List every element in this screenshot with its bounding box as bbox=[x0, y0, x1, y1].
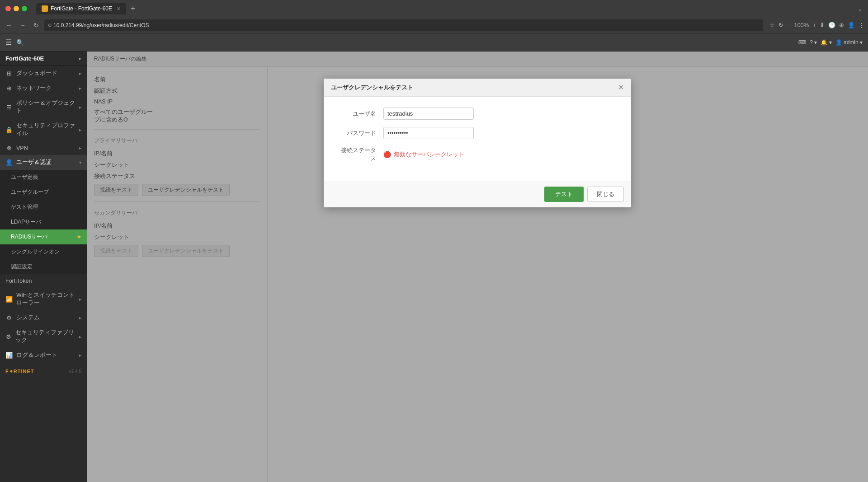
sidebar-item-label: ゲスト管理 bbox=[11, 203, 38, 211]
sidebar-item-auth-settings[interactable]: 認証設定 bbox=[0, 259, 87, 274]
system-icon: ⚙ bbox=[5, 314, 13, 321]
sidebar-item-guest[interactable]: ゲスト管理 bbox=[0, 200, 87, 215]
browser-tab-active[interactable]: F FortiGate - FortiGate-60E ✕ bbox=[36, 3, 126, 14]
status-value: 🔴 無効なサーバシークレット bbox=[383, 150, 464, 159]
expand-arrow: ▸ bbox=[79, 105, 81, 110]
password-input[interactable] bbox=[383, 127, 474, 139]
history-icon[interactable]: 🕐 bbox=[828, 22, 835, 28]
modal-body: ユーザ名 パスワード 接続ステータス 🔴 bbox=[324, 97, 631, 181]
sidebar-item-fortitoken[interactable]: FortiToken bbox=[0, 274, 87, 288]
security-icon: 🔒 bbox=[5, 126, 13, 133]
sidebar-item-system[interactable]: ⚙ システム ▸ bbox=[0, 310, 87, 325]
tab-label: FortiGate - FortiGate-60E bbox=[51, 5, 112, 12]
modal-close-button[interactable]: ✕ bbox=[618, 83, 624, 92]
dashboard-icon: ⊞ bbox=[5, 70, 13, 77]
sidebar-item-ldap[interactable]: LDAPサーバ bbox=[0, 215, 87, 229]
settings-icon[interactable]: ⋮ bbox=[859, 22, 864, 28]
sidebar-item-label: ダッシュボード bbox=[16, 70, 57, 77]
search-button[interactable]: 🔍 bbox=[16, 39, 24, 46]
sidebar-submenu-user-auth: ユーザ定義 ユーザグループ ゲスト管理 bbox=[0, 170, 87, 274]
sidebar-item-user-group[interactable]: ユーザグループ bbox=[0, 185, 87, 200]
sidebar-item-radius[interactable]: RADIUSサーバ ★ bbox=[0, 229, 87, 244]
brand-expand-icon: ▸ bbox=[79, 56, 81, 61]
sidebar-item-label: ネットワーク bbox=[16, 84, 52, 92]
fabric-icon: ⚙ bbox=[5, 333, 12, 340]
cli-icon[interactable]: ⌨ bbox=[798, 39, 806, 46]
policy-icon: ☰ bbox=[5, 104, 13, 111]
maximize-traffic-light[interactable] bbox=[22, 6, 27, 11]
modal-status-row: 接続ステータス 🔴 無効なサーバシークレット bbox=[338, 146, 617, 163]
modal-header: ユーザクレデンシャルをテスト ✕ bbox=[324, 79, 631, 97]
sidebar-item-security-fabric[interactable]: ⚙ セキュリティファブリック ▸ bbox=[0, 325, 87, 348]
tab-favicon: F bbox=[42, 5, 48, 12]
sidebar-item-log-report[interactable]: 📊 ログ＆レポート ▸ bbox=[0, 348, 87, 363]
wifi-icon: 📶 bbox=[5, 296, 13, 303]
forward-button[interactable]: → bbox=[17, 20, 28, 31]
modal-test-button[interactable]: テスト bbox=[544, 187, 584, 202]
traffic-lights bbox=[5, 6, 27, 11]
profile-icon[interactable]: 👤 bbox=[848, 22, 855, 28]
fortinet-logo: F✦RTINET bbox=[5, 369, 34, 374]
sidebar-item-policy-objects[interactable]: ☰ ポリシー＆オブジェクト ▸ bbox=[0, 96, 87, 118]
expand-arrow: ▾ bbox=[79, 160, 81, 165]
zoom-level: 100% bbox=[794, 22, 809, 28]
tab-close-button[interactable]: ✕ bbox=[117, 6, 121, 12]
sidebar-item-network[interactable]: ⊕ ネットワーク ▸ bbox=[0, 81, 87, 96]
hamburger-menu[interactable]: ☰ bbox=[5, 38, 12, 47]
app-container: ☰ 🔍 ⌨ ? ▾ 🔔 ▾ 👤 admin ▾ FortiGate-60E ▸ bbox=[0, 33, 868, 482]
bookmark-icon[interactable]: ☆ bbox=[769, 22, 775, 28]
vpn-icon: ⊗ bbox=[5, 145, 13, 151]
error-icon: 🔴 bbox=[383, 151, 391, 158]
close-traffic-light[interactable] bbox=[5, 6, 11, 11]
reload-icon[interactable]: ↻ bbox=[778, 22, 783, 28]
password-label: パスワード bbox=[338, 129, 383, 137]
zoom-minus[interactable]: − bbox=[787, 22, 791, 28]
address-text: 10.0.214.99/ng/user/radius/edit/CentOS bbox=[53, 22, 149, 28]
header-right-area: ⌨ ? ▾ 🔔 ▾ 👤 admin ▾ bbox=[798, 39, 863, 46]
sidebar-brand[interactable]: FortiGate-60E ▸ bbox=[0, 51, 87, 66]
modal-close-btn[interactable]: 閉じる bbox=[587, 187, 624, 202]
sidebar: FortiGate-60E ▸ ⊞ ダッシュボード ▸ ⊕ ネットワーク ▸ bbox=[0, 51, 87, 482]
reload-button[interactable]: ↻ bbox=[31, 20, 42, 31]
sidebar-item-vpn[interactable]: ⊗ VPN ▸ bbox=[0, 141, 87, 155]
expand-arrow: ▸ bbox=[79, 145, 81, 150]
zoom-plus[interactable]: + bbox=[812, 22, 816, 28]
expand-arrow: ▸ bbox=[79, 86, 81, 91]
user-auth-icon: 👤 bbox=[5, 159, 13, 166]
minimize-traffic-light[interactable] bbox=[14, 6, 19, 11]
modal-title: ユーザクレデンシャルをテスト bbox=[331, 84, 413, 92]
sidebar-item-label: システム bbox=[16, 314, 40, 322]
username-label: ユーザ名 bbox=[338, 110, 383, 118]
username-input[interactable] bbox=[383, 108, 474, 120]
modal-footer: テスト 閉じる bbox=[324, 181, 631, 207]
sidebar-item-dashboard[interactable]: ⊞ ダッシュボード ▸ bbox=[0, 66, 87, 81]
notifications-button[interactable]: 🔔 ▾ bbox=[821, 39, 831, 46]
download-icon[interactable]: ⬇ bbox=[820, 22, 825, 28]
lock-icon: ⊙ bbox=[48, 23, 52, 28]
app-header: ☰ 🔍 ⌨ ? ▾ 🔔 ▾ 👤 admin ▾ bbox=[0, 33, 868, 51]
log-icon: 📊 bbox=[5, 352, 13, 359]
sidebar-item-label: ログ＆レポート bbox=[16, 351, 57, 359]
sidebar-item-label: ポリシー＆オブジェクト bbox=[16, 99, 79, 115]
version-text: v7.4.5 bbox=[69, 369, 81, 374]
help-button[interactable]: ? ▾ bbox=[810, 39, 817, 46]
network-icon: ⊕ bbox=[5, 85, 13, 92]
extensions-icon[interactable]: ⊕ bbox=[839, 22, 844, 28]
sidebar-item-label: ユーザ＆認証 bbox=[16, 159, 52, 166]
status-text: 無効なサーバシークレット bbox=[394, 150, 464, 159]
sidebar-item-security-profiles[interactable]: 🔒 セキュリティプロファイル ▸ bbox=[0, 118, 87, 141]
sidebar-item-label: WiFiとスイッチコントローラー bbox=[16, 291, 79, 307]
sidebar-item-user-def[interactable]: ユーザ定義 bbox=[0, 170, 87, 185]
expand-arrow: ▸ bbox=[79, 334, 81, 339]
sidebar-item-wifi-switch[interactable]: 📶 WiFiとスイッチコントローラー ▸ bbox=[0, 288, 87, 310]
new-tab-button[interactable]: + bbox=[128, 4, 138, 14]
sidebar-item-label: シングルサインオン bbox=[11, 248, 60, 256]
back-button[interactable]: ← bbox=[4, 20, 14, 31]
sidebar-item-sso[interactable]: シングルサインオン bbox=[0, 244, 87, 259]
address-bar-row: ← → ↻ ⊙ 10.0.214.99/ng/user/radius/edit/… bbox=[0, 17, 868, 33]
admin-menu[interactable]: 👤 admin ▾ bbox=[835, 39, 863, 46]
address-bar[interactable]: ⊙ 10.0.214.99/ng/user/radius/edit/CentOS bbox=[44, 19, 763, 31]
sidebar-item-label: RADIUSサーバ bbox=[11, 233, 47, 241]
sidebar-item-user-auth[interactable]: 👤 ユーザ＆認証 ▾ bbox=[0, 155, 87, 170]
content-area: RADIUSサーバの編集 名前 認証方式 NAS bbox=[87, 51, 868, 482]
